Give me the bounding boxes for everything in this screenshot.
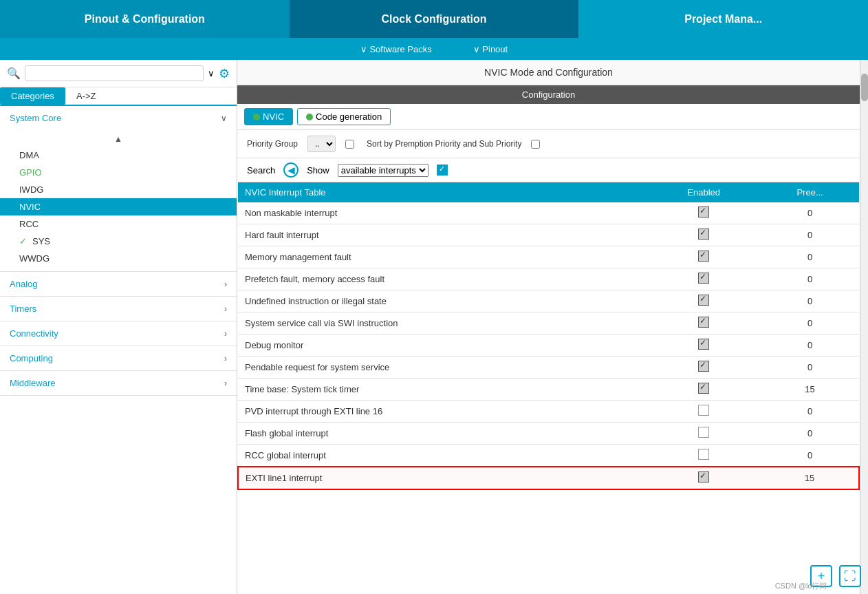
blue-checkbox[interactable]	[437, 165, 448, 176]
enabled-cell[interactable]	[647, 445, 761, 467]
enabled-cell[interactable]	[647, 202, 761, 224]
sidebar-item-iwdg[interactable]: IWDG	[0, 181, 237, 198]
table-row[interactable]: EXTI line1 interrupt15	[238, 467, 859, 489]
table-row[interactable]: Flash global interrupt0	[238, 423, 859, 445]
watermark: CSDN @lc行间	[775, 581, 827, 591]
checkbox-checked[interactable]	[698, 295, 709, 306]
search-circle-button[interactable]: ◀	[283, 162, 299, 178]
enabled-cell[interactable]	[647, 467, 761, 489]
enabled-cell[interactable]	[647, 312, 761, 335]
preemption-cell: 0	[761, 268, 859, 290]
tab-nvic-label: NVIC	[263, 112, 284, 122]
interrupt-name: Memory management fault	[238, 246, 647, 268]
sidebar-item-rcc[interactable]: RCC	[0, 215, 237, 233]
controls-row: Priority Group .. Sort by Premption Prio…	[237, 130, 860, 158]
tab-nvic[interactable]: NVIC	[244, 108, 293, 125]
gear-icon[interactable]: ⚙	[219, 66, 230, 81]
enabled-cell[interactable]	[647, 379, 761, 401]
sidebar-item-gpio[interactable]: GPIO	[0, 164, 237, 181]
nvic-dot	[253, 114, 260, 120]
section-analog-label: Analog	[10, 279, 37, 289]
table-row[interactable]: Undefined instruction or illegal state0	[238, 290, 859, 312]
table-row[interactable]: Prefetch fault, memory access fault0	[238, 268, 859, 290]
up-arrow: ▲	[0, 131, 237, 147]
checkbox-unchecked[interactable]	[698, 449, 709, 460]
search-input[interactable]	[25, 65, 204, 81]
enabled-cell[interactable]	[647, 246, 761, 268]
enabled-cell[interactable]	[647, 357, 761, 379]
checkbox-unchecked[interactable]	[698, 405, 709, 416]
priority-group-select[interactable]: ..	[307, 136, 336, 152]
enabled-cell[interactable]	[647, 290, 761, 312]
sub-software-packs[interactable]: ∨ Software Packs	[360, 44, 432, 54]
panel-title: NVIC Mode and Configuration	[237, 60, 860, 85]
table-row[interactable]: PVD interrupt through EXTI line 160	[238, 401, 859, 423]
checkbox-checked[interactable]	[698, 317, 709, 328]
tab-az[interactable]: A->Z	[65, 87, 107, 105]
preemption-cell: 0	[761, 423, 859, 445]
config-header: Configuration	[237, 85, 860, 104]
category-tabs: Categories A->Z	[0, 87, 237, 106]
checkbox-unchecked[interactable]	[698, 427, 709, 438]
scrollbar-thumb[interactable]	[861, 74, 868, 101]
section-computing: Computing ›	[0, 346, 237, 371]
table-row[interactable]: RCC global interrupt0	[238, 445, 859, 467]
system-core-items: ▲ DMA GPIO IWDG NVIC RCC SYS WWDG	[0, 130, 237, 271]
section-connectivity-header[interactable]: Connectivity ›	[0, 321, 237, 346]
extra-checkbox[interactable]	[531, 140, 540, 149]
enabled-cell[interactable]	[647, 335, 761, 357]
section-system-core-header[interactable]: System Core ∨	[0, 106, 237, 130]
enabled-cell[interactable]	[647, 401, 761, 423]
enabled-cell[interactable]	[647, 268, 761, 290]
sidebar-item-sys[interactable]: SYS	[0, 233, 237, 250]
sidebar: 🔍 ∨ ⚙ Categories A->Z System Core ∨ ▲ DM…	[0, 60, 237, 594]
interrupt-name: Hard fault interrupt	[238, 224, 647, 246]
checkbox-checked[interactable]	[698, 471, 709, 482]
show-select[interactable]: available interrupts	[338, 164, 428, 177]
nvic-table: NVIC Interrupt Table Enabled Pree... Non…	[237, 182, 860, 490]
preemption-cell: 0	[761, 246, 859, 268]
table-row[interactable]: System service call via SWI instruction0	[238, 312, 859, 335]
checkbox-checked[interactable]	[698, 206, 709, 218]
checkbox-checked[interactable]	[698, 361, 709, 372]
expand-button[interactable]: ⛶	[839, 565, 861, 587]
sort-checkbox[interactable]	[345, 140, 354, 149]
preemption-cell: 0	[761, 401, 859, 423]
col-preemption: Pree...	[761, 182, 859, 202]
search-dropdown-arrow[interactable]: ∨	[208, 68, 215, 78]
section-analog-header[interactable]: Analog ›	[0, 272, 237, 296]
tab-categories[interactable]: Categories	[0, 87, 65, 105]
table-row[interactable]: Non maskable interrupt0	[238, 202, 859, 224]
tab-code-generation[interactable]: Code generation	[297, 108, 391, 125]
section-computing-header[interactable]: Computing ›	[0, 346, 237, 370]
table-row[interactable]: Pendable request for system service0	[238, 357, 859, 379]
section-timers-label: Timers	[10, 304, 36, 314]
tab-pinout[interactable]: Pinout & Configuration	[0, 0, 290, 38]
search-bar: 🔍 ∨ ⚙	[0, 60, 237, 87]
checkbox-checked[interactable]	[698, 339, 709, 350]
table-row[interactable]: Debug monitor0	[238, 335, 859, 357]
section-middleware-header[interactable]: Middleware ›	[0, 371, 237, 395]
checkbox-checked[interactable]	[698, 229, 709, 240]
sidebar-item-nvic[interactable]: NVIC	[0, 198, 237, 215]
col-enabled: Enabled	[647, 182, 761, 202]
preemption-cell: 0	[761, 202, 859, 224]
checkbox-checked[interactable]	[698, 383, 709, 394]
table-row[interactable]: Hard fault interrupt0	[238, 224, 859, 246]
preemption-cell: 0	[761, 290, 859, 312]
sub-pinout[interactable]: ∨ Pinout	[473, 44, 508, 54]
tab-clock[interactable]: Clock Configuration	[290, 0, 579, 38]
sidebar-item-dma[interactable]: DMA	[0, 147, 237, 164]
scrollbar[interactable]	[860, 60, 868, 594]
sidebar-item-wwdg[interactable]: WWDG	[0, 250, 237, 267]
enabled-cell[interactable]	[647, 423, 761, 445]
tab-project[interactable]: Project Mana...	[578, 0, 868, 38]
table-row[interactable]: Time base: System tick timer15	[238, 379, 859, 401]
section-timers-header[interactable]: Timers ›	[0, 297, 237, 321]
table-row[interactable]: Memory management fault0	[238, 246, 859, 268]
checkbox-checked[interactable]	[698, 273, 709, 284]
checkbox-checked[interactable]	[698, 251, 709, 262]
sort-label: Sort by Premption Priority and Sub Prior…	[367, 139, 521, 149]
section-connectivity-label: Connectivity	[10, 328, 58, 339]
enabled-cell[interactable]	[647, 224, 761, 246]
